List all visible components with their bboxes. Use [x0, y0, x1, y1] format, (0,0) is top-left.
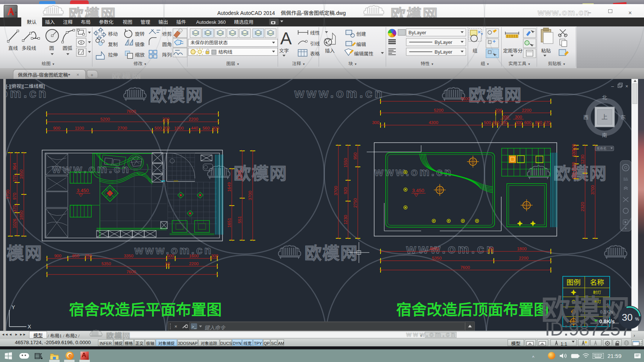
svg-text:50: 50 — [489, 247, 494, 251]
svg-text:30: 30 — [622, 312, 633, 323]
svg-text:西: 西 — [583, 113, 588, 121]
svg-text:4800: 4800 — [429, 247, 439, 251]
svg-text:200: 200 — [162, 126, 170, 130]
svg-text:3350: 3350 — [124, 254, 133, 258]
svg-text:2700: 2700 — [117, 126, 127, 130]
svg-text:200: 200 — [502, 115, 509, 119]
svg-text:X: X — [28, 324, 31, 330]
svg-text:%: % — [635, 317, 639, 322]
svg-text:1800: 1800 — [517, 247, 527, 251]
svg-text:300: 300 — [211, 254, 218, 258]
svg-text:5200: 5200 — [434, 108, 443, 112]
svg-text:宿舍改造后顶面布置图: 宿舍改造后顶面布置图 — [396, 297, 549, 320]
svg-text:2200: 2200 — [519, 256, 528, 260]
svg-text:5200: 5200 — [100, 117, 110, 121]
svg-text:3700: 3700 — [6, 190, 10, 199]
svg-text:2200: 2200 — [189, 261, 199, 266]
svg-text:600: 600 — [524, 120, 531, 125]
svg-text:2120: 2120 — [237, 170, 242, 180]
svg-text:1651: 1651 — [227, 218, 231, 228]
svg-text:300: 300 — [492, 120, 499, 125]
svg-text:2200: 2200 — [522, 108, 531, 112]
svg-text:欧模网: 欧模网 — [468, 82, 522, 106]
svg-text:500: 500 — [484, 120, 491, 125]
svg-text:500: 500 — [167, 254, 174, 258]
svg-text:1550: 1550 — [343, 158, 348, 168]
svg-text:3700: 3700 — [590, 185, 595, 195]
svg-text:370: 370 — [543, 120, 550, 125]
svg-text:东: 东 — [621, 113, 626, 121]
svg-text:300: 300 — [515, 120, 522, 125]
svg-text:欧模网: 欧模网 — [0, 239, 42, 264]
svg-text:1649: 1649 — [227, 182, 231, 192]
svg-text:800: 800 — [535, 120, 542, 125]
svg-text:3.450: 3.450 — [77, 188, 89, 193]
svg-text:1850: 1850 — [19, 210, 23, 220]
svg-text:7600: 7600 — [126, 270, 136, 274]
svg-text:3.450: 3.450 — [412, 188, 424, 193]
svg-text:7600: 7600 — [126, 109, 136, 114]
svg-text:北: 北 — [602, 93, 607, 101]
svg-text:1100: 1100 — [75, 126, 84, 130]
svg-text:250: 250 — [85, 254, 92, 258]
svg-text:560: 560 — [202, 126, 209, 130]
svg-text:欧模网: 欧模网 — [150, 82, 203, 106]
svg-text:2320: 2320 — [580, 202, 585, 212]
svg-text:300: 300 — [372, 120, 379, 125]
svg-text:–: – — [611, 83, 614, 89]
svg-text:5350: 5350 — [432, 256, 442, 260]
svg-text:欧模网: 欧模网 — [304, 239, 358, 264]
svg-text:[-][俯视][二维线框]: [-][俯视][二维线框] — [6, 82, 45, 89]
svg-text:440: 440 — [191, 126, 198, 130]
svg-text:920: 920 — [343, 187, 348, 194]
svg-text:900: 900 — [54, 254, 61, 258]
svg-text:330: 330 — [571, 150, 576, 157]
svg-text:1000: 1000 — [174, 126, 184, 130]
svg-text:370: 370 — [12, 205, 17, 212]
svg-text:1230: 1230 — [580, 155, 585, 164]
svg-text:370: 370 — [12, 175, 17, 182]
svg-text:500: 500 — [154, 126, 161, 130]
svg-text:4300: 4300 — [429, 120, 438, 125]
svg-text:×: × — [625, 83, 628, 89]
svg-text:900: 900 — [53, 126, 60, 130]
svg-text:宿舍改造后平面布置图: 宿舍改造后平面布置图 — [69, 297, 222, 320]
svg-text:3700: 3700 — [248, 191, 252, 200]
svg-text:Y: Y — [12, 304, 15, 310]
svg-text:1030: 1030 — [571, 162, 576, 172]
svg-text:1230: 1230 — [343, 215, 348, 225]
svg-text:300: 300 — [212, 126, 219, 130]
svg-text:2750: 2750 — [353, 198, 357, 208]
svg-text:850: 850 — [72, 254, 79, 258]
svg-text:1026: 1026 — [12, 219, 17, 228]
svg-text:200: 200 — [495, 108, 502, 112]
svg-text:上: 上 — [602, 112, 608, 121]
svg-text:7600: 7600 — [460, 265, 470, 270]
svg-text:图例: 图例 — [566, 277, 581, 287]
svg-text:950: 950 — [353, 152, 357, 159]
svg-text:7600: 7600 — [460, 96, 470, 101]
svg-text:970: 970 — [12, 193, 17, 200]
svg-text:名称: 名称 — [590, 277, 604, 287]
svg-text:www.om.cn: www.om.cn — [406, 239, 496, 257]
svg-text:www.om.cn: www.om.cn — [294, 83, 385, 101]
svg-text:551: 551 — [237, 216, 242, 223]
svg-text:50: 50 — [165, 261, 170, 266]
svg-text:5350: 5350 — [101, 261, 111, 266]
svg-text:南: 南 — [602, 131, 607, 139]
svg-text:无命名: 无命名 — [596, 146, 606, 151]
svg-text:1850: 1850 — [19, 169, 23, 179]
svg-text:330: 330 — [500, 120, 507, 125]
svg-text:150: 150 — [571, 172, 576, 179]
svg-text:1600: 1600 — [189, 254, 199, 258]
svg-text:300: 300 — [515, 115, 522, 119]
svg-text:964: 964 — [12, 163, 17, 170]
svg-text:2200: 2200 — [189, 117, 198, 121]
svg-text:3700: 3700 — [334, 186, 338, 196]
svg-text:200: 200 — [162, 117, 169, 121]
